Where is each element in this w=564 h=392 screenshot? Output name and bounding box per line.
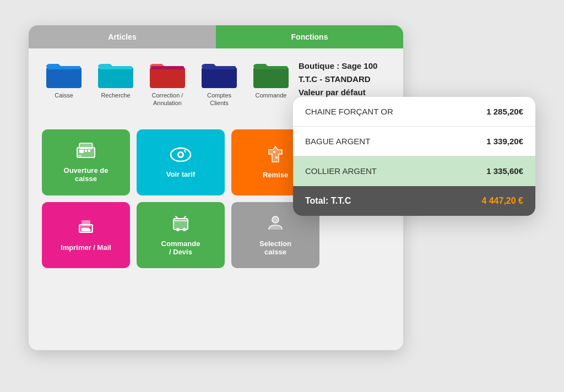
svg-rect-24: [82, 228, 90, 231]
receipt-label-2: BAGUE ARGENT: [293, 127, 446, 156]
remise-icon: [267, 145, 284, 165]
tab-fonctions[interactable]: Fonctions: [216, 25, 403, 48]
svg-rect-8: [253, 67, 289, 88]
svg-point-29: [272, 216, 279, 223]
folder-comptes-label: Comptes Clients: [197, 91, 241, 107]
svg-rect-1: [47, 66, 80, 69]
store-info: Boutique : Sage 100 T.T.C - STANDARD Val…: [299, 59, 390, 99]
commande-devis-label: Commande/ Devis: [161, 239, 200, 256]
receipt-table: CHAINE FORÇANT OR 1 285,20€ BAGUE ARGENT…: [293, 97, 535, 216]
ouverture-label: Ouverture decaisse: [64, 166, 109, 183]
folder-commande[interactable]: Commande: [249, 59, 293, 99]
receipt-value-1: 1 285,20€: [446, 97, 535, 127]
btn-imprimer[interactable]: Imprimer / Mail: [42, 202, 130, 268]
receipt-label-3: COLLIER ARGENT: [293, 156, 446, 186]
imprimer-label: Imprimer / Mail: [61, 243, 111, 252]
svg-rect-0: [46, 67, 82, 88]
btn-voir-tarif[interactable]: € Voir tarif: [137, 129, 225, 195]
receipt-row-total: Total: T.T.C 4 447,20 €: [293, 186, 535, 216]
svg-point-27: [176, 228, 180, 231]
svg-rect-12: [85, 150, 87, 152]
receipt-total-value: 4 447,20 €: [446, 186, 535, 216]
receipt-value-2: 1 339,20€: [446, 127, 535, 156]
svg-rect-7: [203, 66, 236, 69]
tab-articles[interactable]: Articles: [29, 25, 216, 48]
folder-recherche[interactable]: Recherche: [94, 59, 138, 99]
svg-rect-4: [150, 67, 185, 88]
receipt-panel: CHAINE FORÇANT OR 1 285,20€ BAGUE ARGENT…: [293, 97, 535, 216]
svg-rect-11: [79, 150, 84, 153]
svg-rect-14: [79, 143, 93, 149]
folder-recherche-label: Recherche: [101, 91, 130, 99]
receipt-label-1: CHAINE FORÇANT OR: [293, 97, 446, 127]
svg-rect-5: [151, 66, 184, 69]
voir-tarif-icon: €: [170, 146, 192, 165]
folder-correction-label: Correction /Annulation: [152, 91, 183, 107]
selection-label: Selectioncaisse: [259, 239, 291, 256]
tab-articles-label: Articles: [108, 32, 136, 41]
receipt-total-label: Total: T.T.C: [293, 186, 446, 216]
svg-point-18: [179, 153, 182, 156]
btn-commande-devis[interactable]: Commande/ Devis: [137, 202, 225, 268]
tab-bar: Articles Fonctions: [29, 25, 403, 48]
folder-caisse[interactable]: Caisse: [42, 59, 86, 99]
folder-commande-label: Commande: [256, 91, 287, 99]
folders-row: Caisse Recherche: [42, 59, 293, 107]
store-ttc: T.T.C - STANDARD Valeur par défaut: [299, 73, 390, 99]
remise-label: Remise: [263, 171, 288, 179]
commande-icon: [171, 214, 190, 234]
receipt-row-3: COLLIER ARGENT 1 335,60€: [293, 156, 535, 186]
svg-point-21: [275, 156, 278, 159]
tab-fonctions-label: Fonctions: [291, 32, 328, 41]
svg-rect-9: [254, 66, 288, 69]
svg-point-20: [273, 151, 275, 153]
svg-rect-3: [99, 66, 132, 69]
svg-rect-6: [202, 67, 237, 88]
ouverture-icon: [76, 142, 96, 161]
svg-text:€: €: [184, 149, 187, 154]
selection-icon: [267, 214, 284, 234]
receipt-row-2: BAGUE ARGENT 1 339,20€: [293, 127, 535, 156]
svg-point-25: [89, 227, 91, 229]
svg-rect-13: [88, 150, 90, 152]
receipt-value-3: 1 335,60€: [446, 156, 535, 186]
svg-rect-23: [82, 220, 90, 226]
svg-point-28: [183, 228, 186, 231]
btn-ouverture-caisse[interactable]: Ouverture decaisse: [42, 129, 130, 195]
svg-rect-26: [173, 219, 188, 230]
receipt-row-1: CHAINE FORÇANT OR 1 285,20€: [293, 97, 535, 127]
folder-correction[interactable]: Correction /Annulation: [145, 59, 189, 107]
folder-caisse-label: Caisse: [55, 91, 73, 99]
folder-comptes[interactable]: Comptes Clients: [197, 59, 241, 107]
imprimer-icon: [76, 218, 96, 238]
svg-rect-2: [98, 67, 133, 88]
voir-tarif-label: Voir tarif: [166, 170, 196, 178]
store-name: Boutique : Sage 100: [299, 59, 390, 73]
